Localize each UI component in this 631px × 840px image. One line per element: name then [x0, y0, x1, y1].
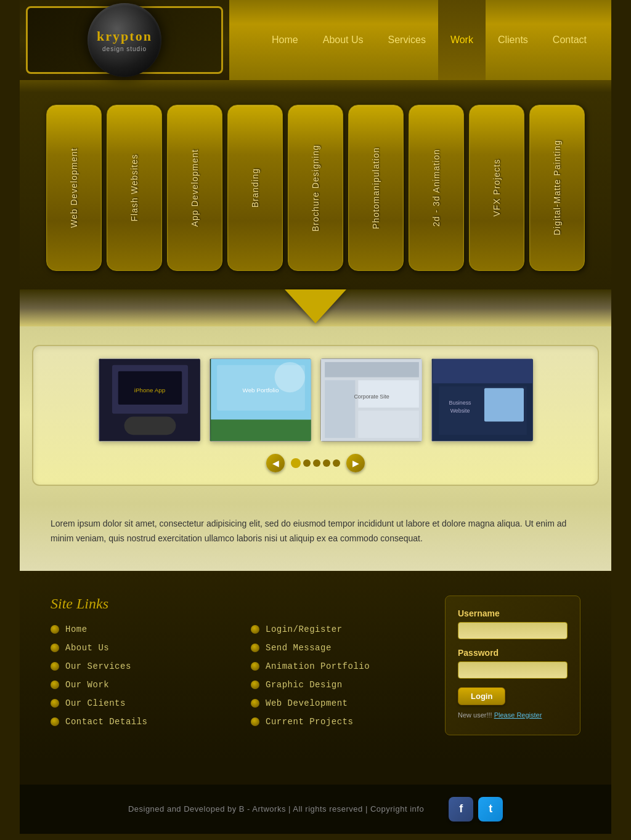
- svg-rect-19: [484, 388, 523, 421]
- nav-about[interactable]: About Us: [311, 0, 376, 80]
- svg-rect-17: [433, 359, 533, 383]
- svg-text:Website: Website: [450, 408, 470, 414]
- logo-main-text: krypton: [97, 28, 152, 44]
- link-our-work[interactable]: Our Work: [51, 680, 232, 690]
- service-btn-photo[interactable]: Photomanipulation: [348, 105, 404, 271]
- portfolio-image-4[interactable]: Business Website: [431, 358, 533, 442]
- service-btn-flash[interactable]: Flash Websites: [107, 105, 162, 271]
- nav-clients[interactable]: Clients: [486, 0, 540, 80]
- link-webdev[interactable]: Web Development: [251, 698, 433, 708]
- service-btn-vfx[interactable]: VFX Projects: [469, 105, 524, 271]
- bullet-send-msg: [251, 644, 259, 652]
- portfolio-image-2[interactable]: Web Portfolio: [210, 358, 311, 442]
- service-label-photo: Photomanipulation: [371, 147, 381, 229]
- social-icons: f t: [449, 797, 503, 822]
- portfolio-section: iPhone App Web Portfolio: [20, 326, 611, 504]
- service-label-branding: Branding: [250, 168, 260, 208]
- bullet-about: [51, 644, 59, 652]
- service-btn-app[interactable]: App Development: [167, 105, 222, 271]
- footer-top: Site Links Home About Us Our Services: [20, 571, 611, 760]
- service-label-brochure: Brochure Designing: [311, 145, 320, 232]
- portfolio-container: iPhone App Web Portfolio: [32, 345, 599, 486]
- img-placeholder-2: Web Portfolio: [210, 358, 311, 442]
- service-btn-branding[interactable]: Branding: [227, 105, 283, 271]
- dot-3: [313, 459, 320, 467]
- login-button[interactable]: Login: [458, 687, 505, 705]
- bullet-our-clients: [51, 699, 59, 708]
- username-input[interactable]: [458, 622, 568, 639]
- link-about[interactable]: About Us: [51, 643, 232, 653]
- footer-spacer: [20, 760, 611, 785]
- link-send-msg[interactable]: Send Message: [251, 643, 433, 653]
- svg-text:iPhone App: iPhone App: [134, 387, 165, 394]
- nav-dots: [291, 458, 340, 468]
- bullet-login: [251, 625, 259, 634]
- link-graphic[interactable]: Graphic Design: [251, 680, 433, 690]
- service-btn-animation[interactable]: 2d - 3d Animation: [409, 105, 464, 271]
- svg-point-9: [274, 362, 304, 392]
- service-label-web-dev: Web Development: [69, 148, 79, 228]
- footer-copyright: Designed and Developed by B - Artworks |…: [128, 804, 424, 814]
- svg-rect-11: [325, 362, 419, 378]
- bullet-our-services: [51, 662, 59, 671]
- nav-services[interactable]: Services: [376, 0, 438, 80]
- logo-box: krypton design studio: [26, 6, 223, 74]
- link-current[interactable]: Current Projects: [251, 717, 433, 727]
- password-input[interactable]: [458, 661, 568, 679]
- new-user-label: New user!!!: [458, 711, 492, 719]
- link-home[interactable]: Home: [51, 624, 232, 634]
- link-login[interactable]: Login/Register: [251, 624, 433, 634]
- service-btn-web-dev[interactable]: Web Development: [46, 105, 102, 271]
- description-text: Lorem ipsum dolor sit amet, consectetur …: [51, 517, 580, 546]
- arrow-down-icon: [285, 289, 346, 323]
- header-spacer: [20, 80, 611, 92]
- img-placeholder-3: Corporate Site: [320, 358, 422, 442]
- service-label-app: App Development: [190, 149, 200, 227]
- link-our-clients[interactable]: Our Clients: [51, 698, 232, 708]
- facebook-icon[interactable]: f: [449, 797, 473, 822]
- service-btn-matte[interactable]: Digital-Matte Painting: [529, 105, 585, 271]
- nav-home[interactable]: Home: [259, 0, 311, 80]
- portfolio-images: iPhone App Web Portfolio: [46, 358, 585, 442]
- link-contact[interactable]: Contact Details: [51, 717, 232, 727]
- twitter-icon[interactable]: t: [478, 797, 503, 822]
- link-our-services-label: Our Services: [65, 661, 131, 671]
- link-graphic-label: Graphic Design: [266, 680, 343, 690]
- link-current-label: Current Projects: [266, 717, 353, 727]
- img-svg-2: Web Portfolio: [210, 359, 311, 441]
- svg-rect-6: [211, 420, 311, 441]
- bullet-current: [251, 717, 259, 726]
- svg-text:Web Portfolio: Web Portfolio: [242, 387, 279, 394]
- password-label: Password: [458, 648, 568, 658]
- svg-text:Business: Business: [449, 400, 471, 406]
- link-login-label: Login/Register: [266, 624, 343, 634]
- link-home-label: Home: [65, 624, 88, 634]
- service-btn-brochure[interactable]: Brochure Designing: [288, 105, 343, 271]
- nav-work[interactable]: Work: [438, 0, 486, 80]
- portfolio-image-3[interactable]: Corporate Site: [320, 358, 422, 442]
- svg-rect-14: [358, 411, 419, 438]
- site-links-title: Site Links: [51, 596, 433, 612]
- portfolio-next-button[interactable]: ▶: [346, 454, 365, 472]
- portfolio-prev-button[interactable]: ◀: [266, 454, 285, 472]
- dot-1: [291, 458, 301, 468]
- logo-circle: krypton design studio: [88, 3, 161, 77]
- register-link[interactable]: Please Register: [494, 711, 542, 719]
- link-webdev-label: Web Development: [266, 698, 348, 708]
- links-col-1: Home About Us Our Services Our Work: [51, 624, 232, 735]
- arrow-indicator: [20, 289, 611, 326]
- link-about-label: About Us: [65, 643, 109, 653]
- link-animation[interactable]: Animation Portfolio: [251, 661, 433, 671]
- header: krypton design studio Home About Us Serv…: [20, 0, 611, 80]
- link-contact-label: Contact Details: [65, 717, 148, 727]
- new-user-text: New user!!! Please Register: [458, 711, 568, 719]
- bullet-graphic: [251, 680, 259, 689]
- dot-2: [303, 459, 311, 467]
- img-svg-3: Corporate Site: [321, 359, 422, 441]
- nav-contact[interactable]: Contact: [540, 0, 599, 80]
- link-our-services[interactable]: Our Services: [51, 661, 232, 671]
- service-label-matte: Digital-Matte Painting: [552, 140, 562, 235]
- img-svg-4: Business Website: [432, 359, 533, 441]
- svg-rect-3: [124, 417, 176, 435]
- portfolio-image-1[interactable]: iPhone App: [99, 358, 200, 442]
